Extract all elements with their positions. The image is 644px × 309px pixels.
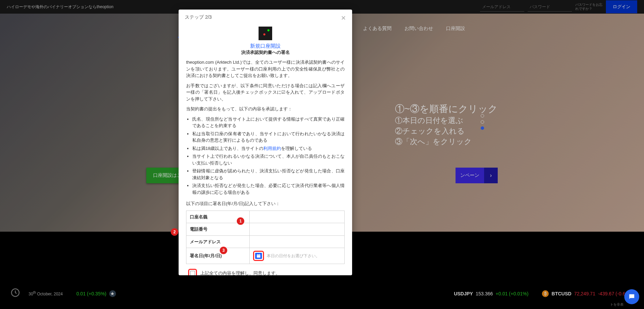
info-table: 口座名義 電話番号 メールアドレス 署名日(年/月/日) 本日の日付をお選び下さ… bbox=[186, 211, 345, 264]
modal-subtitle: 決済承認契約書への署名 bbox=[179, 49, 352, 56]
checkbox-highlight bbox=[188, 269, 197, 275]
agreement-list: 氏名、現住所など当サイト上において提供する情報はすべて真実であり正確であることを… bbox=[186, 116, 345, 196]
modal-p3: 当契約書の提出をもって、以下の内容を承認します： bbox=[186, 106, 345, 112]
calendar-icon[interactable] bbox=[255, 253, 262, 259]
list-item: 当サイト上で行われるいかなる決済について、本人が自己責任のもとおこない支払い拒否… bbox=[192, 153, 345, 166]
modal-body: theoption.com (Arktech Ltd.)では、全てのユーザー様に… bbox=[179, 59, 352, 275]
svg-rect-3 bbox=[259, 254, 260, 254]
terms-link[interactable]: 利用規約 bbox=[263, 146, 281, 151]
close-icon[interactable]: ✕ bbox=[341, 14, 346, 22]
table-row: 電話番号 bbox=[186, 223, 345, 236]
modal-step: ステップ 2/3 bbox=[185, 14, 212, 22]
list-item: 氏名、現住所など当サイト上において提供する情報はすべて真実であり正確であることを… bbox=[192, 116, 345, 129]
calendar-highlight bbox=[253, 251, 264, 261]
list-item: 私は当取引口座の保有者であり、当サイトにおいて行われたいかなる決済は私自身の意思… bbox=[192, 130, 345, 144]
modal-p4: 以下の項目に署名日(年/月/日)記入して下さい： bbox=[186, 200, 345, 207]
modal-p1: theoption.com (Arktech Ltd.)では、全てのユーザー様に… bbox=[186, 59, 345, 79]
table-row: メールアドレス bbox=[186, 235, 345, 248]
svg-rect-1 bbox=[257, 254, 261, 258]
list-item: 登録情報に虚偽が認められたり、決済支払い拒否などが発生した場合、口座凍結対象とな… bbox=[192, 168, 345, 181]
step-badge-2: 2 bbox=[171, 228, 178, 236]
label-email: メールアドレス bbox=[186, 235, 250, 248]
agree-row: 上記全ての内容を理解し、同意します。 bbox=[186, 269, 345, 275]
value-name bbox=[250, 211, 345, 223]
label-date: 署名日(年/月/日) bbox=[186, 248, 250, 264]
brand-logo-icon bbox=[259, 27, 272, 40]
table-row: 署名日(年/月/日) 本日の日付をお選び下さい。 bbox=[186, 248, 345, 264]
chat-icon[interactable] bbox=[624, 289, 639, 304]
agree-checkbox[interactable] bbox=[190, 271, 195, 275]
signup-modal: ステップ 2/3 ✕ 新規口座開設 決済承認契約書への署名 theoption.… bbox=[179, 10, 352, 275]
agree-label: 上記全ての内容を理解し、同意します。 bbox=[200, 270, 280, 275]
value-phone bbox=[250, 223, 345, 236]
step-badge-3: 3 bbox=[220, 247, 227, 254]
list-item: 私は満18歳以上であり、当サイトの利用規約を理解している bbox=[192, 145, 345, 152]
step-badge-1: 1 bbox=[237, 217, 244, 225]
list-item: 決済支払い拒否などが発生した場合、必要に応じて決済代行業者等へ個人情報の譲歩に応… bbox=[192, 182, 345, 196]
new-account-link[interactable]: 新規口座開設 bbox=[179, 43, 352, 49]
table-row: 口座名義 bbox=[186, 211, 345, 223]
svg-rect-2 bbox=[258, 254, 258, 254]
modal-p2: お手数ではございますが、以下条件に同意いただける場合には記入欄へユーザー様の「署… bbox=[186, 82, 345, 103]
date-placeholder: 本日の日付をお選び下さい。 bbox=[267, 253, 320, 259]
value-email bbox=[250, 235, 345, 248]
